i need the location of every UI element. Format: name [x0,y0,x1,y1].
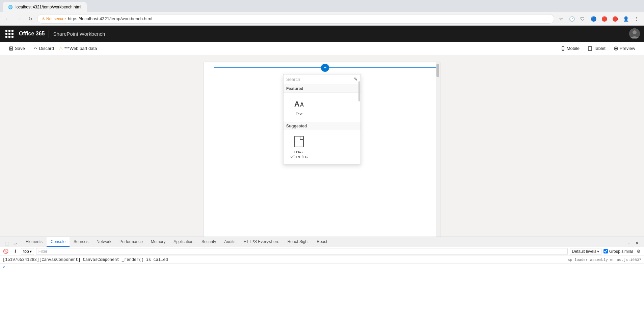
tab-application[interactable]: Application [169,237,197,247]
devtools-left-buttons: ⬚ ▱ [1,239,22,247]
picker-scrollbar [358,74,360,164]
devtools-panel: ⬚ ▱ Elements Console Sources Network Per… [0,237,644,331]
ext5-button[interactable]: 🔴 [610,14,620,24]
app-bar: Office 365 SharePoint Workbench [0,26,644,42]
suggested-section-header: Suggested [284,122,360,130]
preview-button[interactable]: Preview [610,44,639,53]
devtools-right-buttons: ⋮ ✕ [623,239,643,247]
avatar[interactable] [629,28,640,39]
devtools-settings-button[interactable]: ⚙ [635,248,642,255]
file-icon [293,136,305,148]
reload-button[interactable]: ↻ [26,14,35,24]
tab-title: localhost:4321/temp/workbench.html [16,5,81,9]
save-button[interactable]: Save [5,44,28,53]
browser-chrome: 🌐 localhost:4321/temp/workbench.html ← →… [0,0,644,26]
edit-icon[interactable]: ✎ [354,77,358,82]
ext1-button[interactable]: 🕐 [567,14,576,24]
tab-memory[interactable]: Memory [147,237,169,247]
ext2-button[interactable]: 🛡 [578,14,587,24]
tab-security[interactable]: Security [197,237,220,247]
devtools-clear-button[interactable]: 🚫 [2,248,9,255]
default-levels-button[interactable]: Default levels ▾ [570,248,601,255]
console-message: [1519765341283][CanvasComponent] CanvasC… [3,258,565,262]
tab-performance[interactable]: Performance [115,237,147,247]
tab-network[interactable]: Network [92,237,115,247]
featured-items: AA Text [284,93,360,122]
warning-icon: ⚠ [42,17,45,21]
group-similar-checkbox[interactable] [603,249,608,253]
tab-react[interactable]: React [313,237,331,247]
devtools-device-button[interactable]: ▱ [11,239,19,247]
devtools-tab-bar: ⬚ ▱ Elements Console Sources Network Per… [0,237,644,247]
ext3-button[interactable]: 🔵 [589,14,598,24]
devtools-cursor-button[interactable]: ⬚ [3,239,11,247]
console-prompt-arrow: > [3,265,5,270]
app-title: Office 365 [19,31,45,37]
ext6-button[interactable]: 👤 [621,14,630,24]
devtools-more-button[interactable]: ⋮ [625,239,633,247]
svg-point-1 [633,30,637,34]
browser-toolbar: ← → ↻ ⚠ Not secure https://localhost:432… [0,12,644,26]
browser-actions: ☆ 🕐 🛡 🔵 🔴 🔴 👤 ⋮ [556,14,641,24]
featured-section-header: Featured [284,84,360,93]
tab-react-sight[interactable]: React-Sight [284,237,313,247]
console-source: sp-loader-assembly_en-us.js:10837 [568,258,641,262]
devtools-console-toolbar: 🚫 ⬇ top ▾ Default levels ▾ Group similar… [0,247,644,256]
address-bar[interactable]: ⚠ Not secure https://localhost:4321/temp… [37,14,554,24]
levels-chevron-icon: ▾ [597,249,599,254]
tab-audits[interactable]: Audits [220,237,239,247]
add-webpart-line: + [214,67,436,68]
tablet-button[interactable]: Tablet [584,44,609,53]
mobile-button[interactable]: Mobile [557,44,583,53]
filter-input[interactable] [36,248,568,255]
tab-sources[interactable]: Sources [70,237,92,247]
web-part-data-warning: ⚠ ***Web part data [59,46,97,51]
add-webpart-button[interactable]: + [321,64,329,72]
workbench-toolbar: Save Discard ⚠ ***Web part data Mobile T… [0,42,644,55]
suggested-items: react-offline-first [284,130,360,164]
back-button[interactable]: ← [3,14,12,24]
tab-https-everywhere[interactable]: HTTPS Everywhere [240,237,284,247]
app-waffle-button[interactable] [4,28,15,39]
react-offline-first-item[interactable]: react-offline-first [286,133,312,161]
app-bar-divider [49,30,49,38]
ext4-button[interactable]: 🔴 [599,14,609,24]
svg-rect-4 [10,49,12,50]
svg-rect-7 [588,47,592,51]
url-text: https://localhost:4321/temp/workbench.ht… [68,16,152,21]
group-similar-checkbox-label[interactable]: Group similar [603,249,633,254]
chevron-down-icon: ▾ [30,249,32,254]
tab-console[interactable]: Console [47,237,70,247]
console-output: [1519765341283][CanvasComponent] CanvasC… [0,256,644,331]
discard-button[interactable]: Discard [30,44,57,53]
forward-button[interactable]: → [14,14,24,24]
more-button[interactable]: ⋮ [632,14,641,24]
devtools-close-button[interactable]: ✕ [633,239,641,247]
level-select[interactable]: top ▾ [21,248,34,255]
bookmark-button[interactable]: ☆ [556,14,566,24]
browser-tab[interactable]: 🌐 localhost:4321/temp/workbench.html [3,2,87,12]
search-input[interactable] [286,77,352,82]
picker-search-bar: ✎ [284,74,360,84]
svg-point-9 [615,48,617,49]
svg-point-6 [563,50,563,50]
text-webpart-item[interactable]: AA Text [286,95,312,119]
tab-elements[interactable]: Elements [22,237,47,247]
browser-tab-bar: 🌐 localhost:4321/temp/workbench.html [0,0,644,12]
content-wrapper: + ✎ Featured AA [0,55,644,331]
text-webpart-label: Text [296,112,302,116]
console-log-line: [1519765341283][CanvasComponent] CanvasC… [0,257,644,263]
console-prompt-line[interactable]: > [0,263,644,271]
react-offline-first-label: react-offline-first [289,149,309,159]
warning-triangle-icon: ⚠ [59,46,63,51]
devtools-filter-button[interactable]: ⬇ [11,248,19,255]
webpart-picker: ✎ Featured AA Text Sugges [283,74,361,164]
text-icon: AA [293,98,305,110]
insecure-warning: ⚠ Not secure [42,17,66,21]
app-subtitle: SharePoint Workbench [53,31,105,37]
svg-rect-3 [10,47,12,48]
